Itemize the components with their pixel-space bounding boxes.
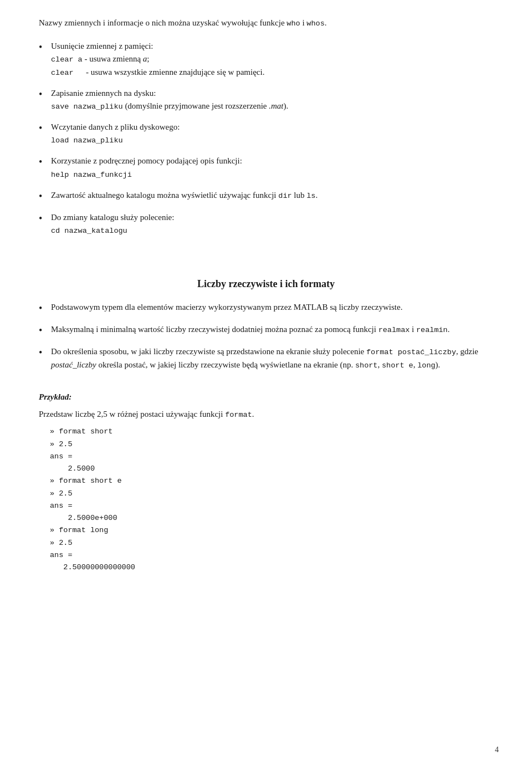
intro-paragraph: Nazwy zmiennych i informacje o nich możn… <box>39 17 493 30</box>
clear-a-code: clear a <box>51 55 83 64</box>
bullet-dot-save: • <box>39 88 49 101</box>
section-bullet-2: • Maksymalną i minimalną wartość liczby … <box>39 323 493 338</box>
sb2-realmin: realmin <box>416 326 448 334</box>
intro-who: who <box>287 19 300 28</box>
intro-period: . <box>325 18 327 27</box>
bullet-text-cd: Do zmiany katalogu służy polecenie: cd n… <box>51 211 493 237</box>
example-format-func: format <box>225 411 252 419</box>
bullet-text-load: Wczytanie danych z pliku dyskowego: load… <box>51 121 493 147</box>
page-content: Nazwy zmiennych i informacje o nich możn… <box>39 17 493 574</box>
sb3-short: short <box>355 361 378 370</box>
cd-label: Do zmiany katalogu służy polecenie: <box>51 213 174 222</box>
section-bullet-text-1: Podstawowym typem dla elementów macierzy… <box>51 301 493 314</box>
section-bullet-dot-3: • <box>39 346 49 360</box>
save-code: save nazwa_pliku <box>51 103 123 111</box>
bullet-dot-clear: • <box>39 40 49 54</box>
example-label: Przykład: <box>39 391 493 404</box>
ls-code: ls <box>306 192 315 200</box>
bullet-dir: • Zawartość aktualnego katalogu można wy… <box>39 189 493 203</box>
example-description: Przedstaw liczbę 2,5 w różnej postaci uż… <box>39 408 493 421</box>
load-label: Wczytanie danych z pliku dyskowego: <box>51 122 180 131</box>
intro-text: Nazwy zmiennych i informacje o nich możn… <box>39 18 285 27</box>
example-heading: Przykład: <box>39 392 71 401</box>
bullet-text-clear: Usunięcie zmiennej z pamięci: clear a - … <box>51 40 493 79</box>
bullet-cd: • Do zmiany katalogu służy polecenie: cd… <box>39 211 493 237</box>
section-bullet-1: • Podstawowym typem dla elementów macier… <box>39 301 493 315</box>
sb3-after: ). <box>436 360 441 369</box>
load-code: load nazwa_pliku <box>51 136 123 145</box>
code-line-3: ans = <box>50 451 493 463</box>
example-desc-suffix: . <box>252 410 254 418</box>
example-section: Przykład: Przedstaw liczbę 2,5 w różnej … <box>39 391 493 574</box>
bullet-help: • Korzystanie z podręcznej pomocy podają… <box>39 155 493 181</box>
intro-whos: whos <box>306 19 324 28</box>
code-line-2: » 2.5 <box>50 438 493 451</box>
code-line-10: » 2.5 <box>50 537 493 549</box>
section-title: Liczby rzeczywiste i ich formaty <box>39 278 493 290</box>
page-number: 4 <box>495 746 499 754</box>
sb1-text: Podstawowym typem dla elementów macierzy… <box>51 303 402 312</box>
sb3-sep1: , <box>377 360 382 369</box>
example-desc-before: Przedstaw liczbę 2,5 w różnej postaci uż… <box>39 410 225 418</box>
sb3-before: Do określenia sposobu, w jaki liczby rze… <box>51 347 366 356</box>
code-line-4: 2.5000 <box>50 463 493 475</box>
bullet-load: • Wczytanie danych z pliku dyskowego: lo… <box>39 121 493 147</box>
sb2-after: . <box>448 325 450 334</box>
intro-and: i <box>302 18 304 27</box>
example-code-block: » format short » 2.5 ans = 2.5000 » form… <box>50 426 493 574</box>
sb2-text-before: Maksymalną i minimalną wartość liczby rz… <box>51 325 378 334</box>
code-line-9: » format long <box>50 524 493 537</box>
section-bullet-dot-1: • <box>39 302 49 315</box>
clear-a-desc: - usuwa zmienną a; <box>83 54 150 63</box>
code-line-5: » format short e <box>50 475 493 487</box>
bullet-save: • Zapisanie zmiennych na dysku: save naz… <box>39 87 493 113</box>
save-label: Zapisanie zmiennych na dysku: <box>51 89 156 98</box>
code-line-7: ans = <box>50 500 493 512</box>
bullet-text-save: Zapisanie zmiennych na dysku: save nazwa… <box>51 87 493 113</box>
clear-code: clear <box>51 69 74 77</box>
cd-code: cd nazwa_katalogu <box>51 227 127 235</box>
section-bullet-text-2: Maksymalną i minimalną wartość liczby rz… <box>51 323 493 336</box>
bullet-clear-label: Usunięcie zmiennej z pamięci: <box>51 42 154 50</box>
bullet-dot-load: • <box>39 121 49 135</box>
sb2-realmax: realmax <box>378 326 410 334</box>
code-line-8: 2.5000e+000 <box>50 512 493 524</box>
help-code: help nazwa_funkcji <box>51 171 132 179</box>
bullet-text-help: Korzystanie z podręcznej pomocy podające… <box>51 155 493 181</box>
code-line-11: ans = <box>50 549 493 561</box>
sb2-mid: i <box>410 325 416 334</box>
section-bullet-text-3: Do określenia sposobu, w jaki liczby rze… <box>51 345 493 372</box>
bullet-dot-help: • <box>39 155 49 169</box>
save-desc: (domyślnie przyjmowane jest rozszerzenie… <box>123 101 289 110</box>
bullet-dot-dir: • <box>39 190 49 203</box>
code-line-1: » format short <box>50 426 493 438</box>
code-line-12: 2.50000000000000 <box>50 561 493 574</box>
help-label: Korzystanie z podręcznej pomocy podające… <box>51 156 242 165</box>
section-bullet-3: • Do określenia sposobu, w jaki liczby r… <box>39 345 493 372</box>
sb3-short-e: short e <box>382 361 413 370</box>
dir-label: Zawartość aktualnego katalogu można wyśw… <box>51 191 318 200</box>
sb3-long: long <box>417 361 435 370</box>
code-line-6: » 2.5 <box>50 488 493 500</box>
dir-code: dir <box>278 192 291 200</box>
bullet-text-dir: Zawartość aktualnego katalogu można wyśw… <box>51 189 493 202</box>
clear-desc: - usuwa wszystkie zmienne znajdujące się… <box>74 68 265 76</box>
bullet-clear: • Usunięcie zmiennej z pamięci: clear a … <box>39 40 493 79</box>
section-bullet-dot-2: • <box>39 324 49 338</box>
sb3-format-code: format postać_liczby <box>366 348 456 356</box>
bullet-dot-cd: • <box>39 212 49 226</box>
